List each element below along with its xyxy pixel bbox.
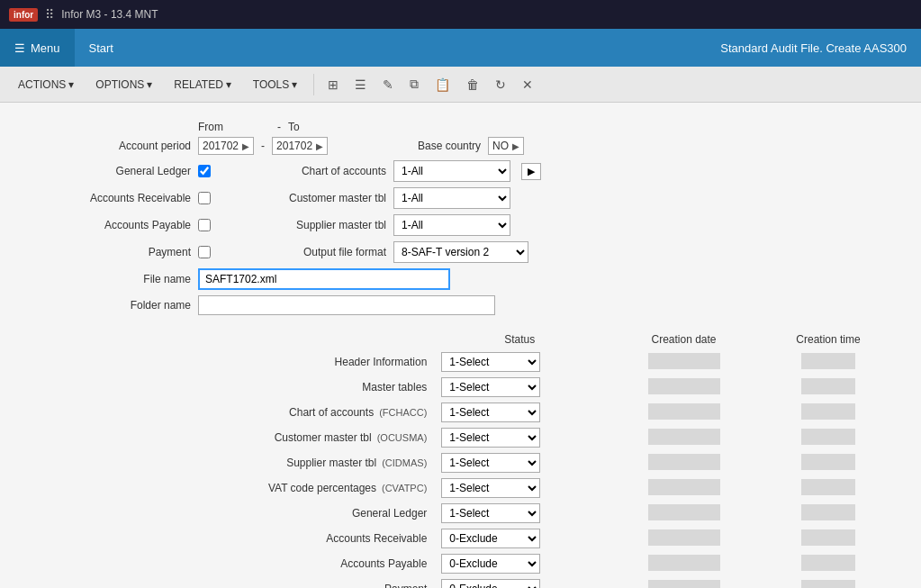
status-select[interactable]: 1-Select0-Exclude2-Include — [441, 478, 540, 498]
menu-button[interactable]: ☰ Menu — [0, 29, 75, 67]
payment-checkbox[interactable] — [198, 246, 211, 258]
menu-bar: ☰ Menu Start Standard Audit File. Create… — [0, 29, 921, 67]
table-row: Customer master tbl(OCUSMA)1-Select0-Exc… — [27, 425, 894, 450]
creation-date-field — [648, 555, 720, 571]
col-header-creation-time: Creation time — [763, 330, 894, 349]
tools-chevron-icon: ▾ — [292, 78, 297, 91]
supplier-master-select[interactable]: 1-All 2-Selected — [393, 214, 510, 236]
base-country-field: NO ▶ — [488, 137, 524, 155]
status-select[interactable]: 1-Select0-Exclude2-Include — [441, 503, 540, 523]
status-select[interactable]: 1-Select0-Exclude2-Include — [441, 403, 540, 422]
refresh-icon-button[interactable]: ↻ — [489, 73, 512, 96]
page-title: Standard Audit File. Create AAS300 — [720, 41, 921, 55]
status-select[interactable]: 1-Select0-Exclude2-Include — [441, 453, 540, 473]
start-label: Start — [89, 41, 113, 55]
col-header-creation-date: Creation date — [605, 330, 763, 349]
chart-accounts-nav-button[interactable]: ▶ — [521, 163, 541, 180]
accounts-payable-checkbox[interactable] — [198, 219, 211, 231]
toolbar-separator — [313, 74, 314, 95]
base-country-label: Base country — [400, 140, 481, 152]
table-row: Supplier master tbl(CIDMAS)1-Select0-Exc… — [27, 450, 894, 475]
period-dash: - — [257, 140, 268, 152]
tools-menu-button[interactable]: TOOLS ▾ — [244, 75, 306, 95]
row-label: VAT code percentages — [268, 482, 376, 494]
row-label: General Ledger — [352, 507, 427, 520]
infor-logo: infor — [9, 8, 38, 22]
row-code: (FCHACC) — [379, 407, 427, 418]
row-label: Chart of accounts — [289, 406, 374, 419]
status-select[interactable]: 1-Select0-Exclude2-Include — [441, 428, 540, 448]
status-select[interactable]: 1-Select0-Exclude2-Include — [441, 529, 540, 548]
related-menu-button[interactable]: RELATED ▾ — [165, 75, 239, 95]
creation-time-field — [801, 403, 855, 420]
customer-master-select[interactable]: 1-All 2-Selected — [393, 187, 510, 209]
table-row: Accounts Payable1-Select0-Exclude2-Inclu… — [27, 551, 894, 576]
base-country-value: NO — [492, 140, 509, 152]
creation-date-field — [648, 479, 720, 495]
creation-time-field — [801, 378, 855, 394]
table-row: Master tables1-Select0-Exclude2-Include — [27, 375, 894, 400]
tools-label: TOOLS — [253, 78, 289, 91]
row-label: Accounts Payable — [340, 557, 427, 570]
period-to-value: 201702 — [276, 140, 312, 152]
accounts-receivable-label: Accounts Receivable — [90, 192, 191, 204]
clear-icon-button[interactable]: ✕ — [516, 73, 539, 96]
actions-chevron-icon: ▾ — [68, 78, 74, 91]
related-label: RELATED — [174, 78, 222, 91]
related-chevron-icon: ▾ — [226, 78, 231, 91]
account-period-label: Account period — [119, 140, 191, 152]
row-label: Customer master tbl — [275, 431, 372, 444]
creation-time-field — [801, 555, 855, 571]
status-select[interactable]: 1-Select0-Exclude2-Include — [441, 377, 540, 397]
delete-icon-button[interactable]: 🗑 — [460, 73, 485, 96]
row-code: (CVATPC) — [382, 483, 427, 493]
status-select[interactable]: 1-Select0-Exclude2-Include — [441, 554, 540, 574]
table-row: Header Information1-Select0-Exclude2-Inc… — [27, 349, 894, 375]
actions-label: ACTIONS — [18, 78, 66, 91]
output-format-select[interactable]: 8-SAF-T version 2 7-SAF-T version 1 — [393, 241, 528, 263]
row-code: (CIDMAS) — [382, 457, 427, 468]
creation-date-field — [648, 378, 720, 394]
creation-date-field — [648, 580, 720, 589]
edit-icon-button[interactable]: ✎ — [376, 73, 400, 96]
general-ledger-checkbox[interactable] — [198, 165, 211, 177]
customer-master-label: Customer master tbl — [283, 192, 386, 204]
accounts-receivable-checkbox[interactable] — [198, 192, 211, 204]
period-to-field: 201702 ▶ — [272, 137, 328, 155]
row-code: (OCUSMA) — [377, 432, 428, 443]
options-chevron-icon: ▾ — [147, 78, 152, 91]
status-select[interactable]: 1-Select0-Exclude2-Include — [441, 579, 540, 588]
paste-icon-button[interactable]: 📋 — [429, 73, 456, 96]
table-row: Chart of accounts(FCHACC)1-Select0-Exclu… — [27, 400, 894, 425]
creation-time-field — [801, 429, 855, 445]
grid-icon: ⠿ — [45, 7, 54, 22]
row-label: Payment — [384, 583, 427, 588]
period-from-arrow[interactable]: ▶ — [242, 141, 249, 151]
creation-date-field — [648, 353, 720, 369]
col-header-status: Status — [434, 330, 605, 349]
file-name-input[interactable] — [198, 268, 450, 290]
options-menu-button[interactable]: OPTIONS ▾ — [86, 75, 161, 95]
period-to-arrow[interactable]: ▶ — [316, 141, 323, 151]
creation-time-field — [801, 529, 855, 546]
actions-menu-button[interactable]: ACTIONS ▾ — [9, 75, 83, 95]
add-icon-button[interactable]: ⊞ — [321, 73, 345, 96]
file-name-label: File name — [143, 273, 191, 285]
supplier-master-label: Supplier master tbl — [283, 219, 386, 231]
copy-icon-button[interactable]: ⧉ — [403, 72, 425, 96]
list-icon-button[interactable]: ☰ — [348, 73, 373, 96]
status-select[interactable]: 1-Select0-Exclude2-Include — [441, 352, 540, 372]
payment-label: Payment — [149, 246, 191, 258]
creation-time-field — [801, 580, 855, 589]
from-label: From — [198, 121, 270, 133]
options-label: OPTIONS — [95, 78, 144, 91]
chart-accounts-select[interactable]: 1-All 2-Selected — [393, 160, 510, 182]
start-button[interactable]: Start — [75, 29, 128, 67]
creation-date-field — [648, 454, 720, 470]
base-country-arrow[interactable]: ▶ — [512, 141, 519, 151]
folder-name-input[interactable] — [198, 295, 495, 315]
table-row: Payment1-Select0-Exclude2-Include — [27, 576, 894, 588]
to-label: To — [288, 121, 360, 133]
top-bar: infor ⠿ Infor M3 - 13.4 MNT — [0, 0, 921, 29]
creation-date-field — [648, 529, 720, 546]
